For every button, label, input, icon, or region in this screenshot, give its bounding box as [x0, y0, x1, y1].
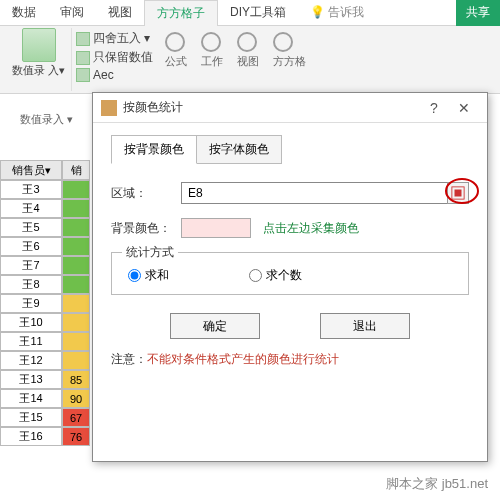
color-swatch[interactable] — [181, 218, 251, 238]
table-row[interactable]: 王11 — [0, 332, 100, 351]
table-row[interactable]: 王1676 — [0, 427, 100, 446]
cell-value[interactable] — [62, 351, 90, 370]
svg-rect-1 — [455, 190, 462, 197]
method-legend: 统计方式 — [122, 244, 178, 261]
cell-value[interactable] — [62, 256, 90, 275]
cell-name[interactable]: 王10 — [0, 313, 62, 332]
cell-value[interactable] — [62, 180, 90, 199]
table-row[interactable]: 王3 — [0, 180, 100, 199]
table-row[interactable]: 王12 — [0, 351, 100, 370]
cell-value[interactable]: 90 — [62, 389, 90, 408]
table-row[interactable]: 王6 — [0, 237, 100, 256]
cell-name[interactable]: 王15 — [0, 408, 62, 427]
tab-diy[interactable]: DIY工具箱 — [218, 0, 298, 25]
table-row[interactable]: 王4 — [0, 199, 100, 218]
help-button[interactable]: ? — [419, 100, 449, 116]
range-label: 区域： — [111, 185, 181, 202]
cell-name[interactable]: 王16 — [0, 427, 62, 446]
cell-name[interactable]: 王5 — [0, 218, 62, 237]
cell-value[interactable] — [62, 199, 90, 218]
table-row[interactable]: 王8 — [0, 275, 100, 294]
close-button[interactable]: ✕ — [449, 100, 479, 116]
circle-item[interactable]: 工作 — [201, 32, 223, 69]
radio-count-label: 求个数 — [266, 267, 302, 284]
note-text: 不能对条件格式产生的颜色进行统计 — [147, 352, 339, 366]
tab-ffgz[interactable]: 方方格子 — [144, 0, 218, 26]
keepnum-icon — [76, 51, 90, 65]
dialog-titlebar: 按颜色统计 ? ✕ — [93, 93, 487, 123]
share-label: 共享 — [466, 4, 490, 21]
range-picker-button[interactable] — [447, 182, 469, 204]
cancel-button[interactable]: 退出 — [320, 313, 410, 339]
cell-value[interactable] — [62, 332, 90, 351]
cell-name[interactable]: 王14 — [0, 389, 62, 408]
item-round[interactable]: 四舍五入 ▾ — [76, 30, 153, 47]
tab-data[interactable]: 数据 — [0, 0, 48, 25]
cell-name[interactable]: 王11 — [0, 332, 62, 351]
range-picker-icon — [451, 186, 465, 200]
cell-name[interactable]: 王13 — [0, 370, 62, 389]
cell-name[interactable]: 王4 — [0, 199, 62, 218]
circle-icon — [273, 32, 293, 52]
range-input[interactable] — [181, 182, 448, 204]
table-row[interactable]: 王5 — [0, 218, 100, 237]
ok-button[interactable]: 确定 — [170, 313, 260, 339]
item-aec[interactable]: Aec — [76, 68, 153, 82]
table-row[interactable]: 王10 — [0, 313, 100, 332]
circle-icon — [237, 32, 257, 52]
cell-name[interactable]: 王9 — [0, 294, 62, 313]
cell-value[interactable]: 67 — [62, 408, 90, 427]
dialog-buttons: 确定 退出 — [111, 313, 469, 339]
color-stats-dialog: 按颜色统计 ? ✕ 按背景颜色 按字体颜色 区域： 背景颜色： 点击左边采集颜色… — [92, 92, 488, 462]
numeric-input-icon[interactable] — [22, 28, 56, 62]
radio-count[interactable]: 求个数 — [249, 267, 302, 284]
circle-item[interactable]: 方方格 — [273, 32, 306, 69]
radio-count-input[interactable] — [249, 269, 262, 282]
item-keepnum[interactable]: 只保留数值 — [76, 49, 153, 66]
col-header-e[interactable]: 销 — [62, 160, 90, 180]
field-range: 区域： — [111, 182, 469, 204]
radio-sum[interactable]: 求和 — [128, 267, 169, 284]
color-hint: 点击左边采集颜色 — [263, 220, 359, 237]
cell-name[interactable]: 王8 — [0, 275, 62, 294]
ribbon-circles: 公式 工作 视图 方方格 — [157, 28, 314, 91]
cell-name[interactable]: 王6 — [0, 237, 62, 256]
tab-fontcolor[interactable]: 按字体颜色 — [197, 135, 282, 164]
circle-item[interactable]: 视图 — [237, 32, 259, 69]
share-button[interactable]: 共享 — [456, 0, 500, 26]
round-label: 四舍五入 ▾ — [93, 30, 150, 47]
bgcolor-label: 背景颜色： — [111, 220, 181, 237]
field-bgcolor: 背景颜色： 点击左边采集颜色 — [111, 218, 469, 238]
cell-value[interactable] — [62, 275, 90, 294]
dialog-body: 按背景颜色 按字体颜色 区域： 背景颜色： 点击左边采集颜色 统计方式 求和 求… — [93, 123, 487, 380]
cell-value[interactable] — [62, 237, 90, 256]
method-group: 统计方式 求和 求个数 — [111, 252, 469, 295]
ribbon-group-input: 数值录 入▾ — [6, 28, 72, 91]
table-row[interactable]: 王1567 — [0, 408, 100, 427]
col-header-d[interactable]: 销售员▾ — [0, 160, 62, 180]
sheet-header: 销售员▾ 销 — [0, 160, 100, 180]
tell-me[interactable]: 💡 告诉我 — [298, 0, 376, 25]
cell-name[interactable]: 王12 — [0, 351, 62, 370]
tab-review[interactable]: 审阅 — [48, 0, 96, 25]
table-row[interactable]: 王1490 — [0, 389, 100, 408]
table-row[interactable]: 王7 — [0, 256, 100, 275]
cell-value[interactable] — [62, 218, 90, 237]
circle-icon — [201, 32, 221, 52]
circle-item[interactable]: 公式 — [165, 32, 187, 69]
spreadsheet: 销售员▾ 销 王3王4王5王6王7王8王9王10王11王12王1385王1490… — [0, 160, 100, 446]
note-prefix: 注意： — [111, 352, 147, 366]
ribbon-body: 数值录 入▾ 四舍五入 ▾ 只保留数值 Aec 公式 工作 视图 方方格 — [0, 26, 500, 94]
tab-view[interactable]: 视图 — [96, 0, 144, 25]
cell-value[interactable] — [62, 294, 90, 313]
table-row[interactable]: 王1385 — [0, 370, 100, 389]
cell-value[interactable]: 85 — [62, 370, 90, 389]
ribbon-tabs: 数据 审阅 视图 方方格子 DIY工具箱 💡 告诉我 共享 — [0, 0, 500, 26]
radio-sum-input[interactable] — [128, 269, 141, 282]
table-row[interactable]: 王9 — [0, 294, 100, 313]
cell-name[interactable]: 王7 — [0, 256, 62, 275]
tab-bgcolor[interactable]: 按背景颜色 — [111, 135, 197, 164]
cell-name[interactable]: 王3 — [0, 180, 62, 199]
cell-value[interactable]: 76 — [62, 427, 90, 446]
cell-value[interactable] — [62, 313, 90, 332]
